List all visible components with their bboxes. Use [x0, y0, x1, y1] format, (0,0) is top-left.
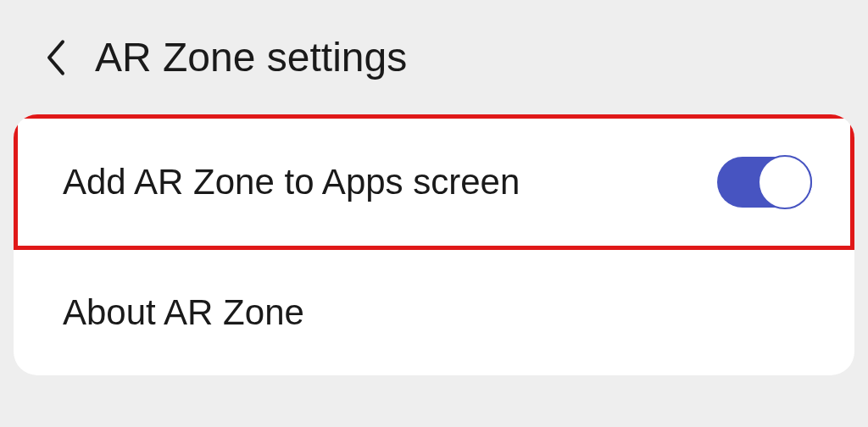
header: AR Zone settings	[0, 0, 868, 114]
page-title: AR Zone settings	[95, 34, 407, 80]
setting-label: Add AR Zone to Apps screen	[63, 162, 520, 202]
setting-label: About AR Zone	[63, 292, 304, 332]
toggle-add-to-apps[interactable]	[717, 157, 812, 208]
back-button[interactable]	[42, 37, 70, 78]
toggle-knob	[758, 155, 812, 209]
setting-add-to-apps[interactable]: Add AR Zone to Apps screen	[14, 114, 854, 250]
setting-about[interactable]: About AR Zone	[14, 250, 854, 375]
chevron-left-icon	[42, 37, 70, 78]
settings-list: Add AR Zone to Apps screen About AR Zone	[14, 114, 854, 375]
